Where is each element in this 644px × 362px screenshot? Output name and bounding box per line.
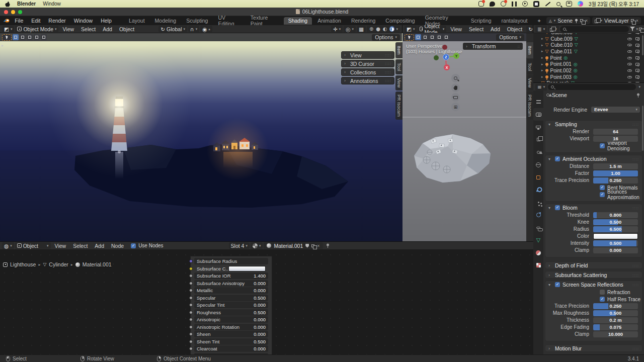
panel-depth-of-field[interactable]: ›Depth of Field:::: bbox=[545, 261, 642, 269]
scene-selector[interactable]: ◬▾ Scene × bbox=[546, 17, 591, 24]
workspace-tab-layout[interactable]: Layout bbox=[124, 17, 149, 25]
shader-type-selector[interactable]: Object▾ bbox=[15, 242, 51, 249]
gizmo-y-axis-ball[interactable]: Y bbox=[453, 53, 459, 59]
node-input-specular[interactable]: Specular0.500 bbox=[194, 295, 268, 301]
transform-orientation-selector[interactable]: ↻Global▾ bbox=[158, 26, 187, 32]
tab-physics[interactable] bbox=[533, 209, 543, 221]
ssr-thickness-slider[interactable]: 0.2 m bbox=[593, 317, 638, 323]
ssr-max-roughness-slider[interactable]: 0.500 bbox=[593, 310, 638, 316]
disable-in-render-icon[interactable] bbox=[635, 69, 639, 72]
hide-in-viewport-icon[interactable] bbox=[627, 38, 632, 40]
workspace-tab-modeling[interactable]: Modeling bbox=[150, 17, 181, 25]
sampling-render-field[interactable]: 64 bbox=[593, 129, 638, 135]
value-socket[interactable] bbox=[189, 289, 193, 292]
ssr-enable-checkbox[interactable]: ✓ bbox=[555, 282, 560, 287]
bloom-knee-slider[interactable]: 0.500 bbox=[593, 219, 638, 225]
transform-orientation-selector[interactable]: ↻Global bbox=[526, 26, 533, 32]
tab-texture[interactable] bbox=[533, 259, 543, 272]
tab-constraints[interactable] bbox=[533, 221, 543, 234]
minimize-window-button[interactable] bbox=[11, 10, 15, 14]
select-mode-intersect[interactable] bbox=[443, 34, 449, 40]
value-socket[interactable] bbox=[189, 311, 193, 314]
sidebar-panel-view[interactable]: ›View:::: bbox=[341, 51, 394, 59]
messages-icon[interactable] bbox=[490, 2, 495, 7]
grid-ortho-button[interactable]: ⊞ bbox=[451, 103, 460, 111]
tab-modifiers[interactable] bbox=[533, 184, 543, 196]
menu-render[interactable]: Render bbox=[45, 18, 69, 24]
camera-view-button[interactable] bbox=[451, 93, 460, 102]
subsurface-color-swatch[interactable] bbox=[228, 266, 266, 272]
value-socket[interactable] bbox=[189, 325, 193, 329]
pin-icon[interactable] bbox=[326, 243, 330, 248]
active-tool-select-box[interactable] bbox=[2, 34, 12, 41]
gizmo-x-axis-ball[interactable]: X bbox=[444, 64, 450, 70]
unlink-material-icon[interactable]: × bbox=[317, 243, 319, 248]
editor-type-button[interactable]: ◩▾ bbox=[2, 26, 14, 32]
select-mode-invert[interactable] bbox=[436, 34, 442, 40]
node-input-subsurface-anisotropy[interactable]: Subsurface Anisotropy0.000 bbox=[194, 280, 268, 287]
select-mode-extend[interactable] bbox=[422, 34, 428, 40]
select-menu[interactable]: Select bbox=[78, 26, 99, 32]
menu-help[interactable]: Help bbox=[97, 18, 115, 24]
sidebar-tab-item[interactable]: Item bbox=[395, 42, 403, 58]
browser-badge-icon[interactable] bbox=[501, 1, 506, 7]
gizmo-negative-axis-ball[interactable] bbox=[442, 45, 447, 50]
show-gizmo-toggle[interactable]: ✛▾ bbox=[331, 26, 343, 32]
snap-toggle[interactable]: ∩▾ bbox=[188, 26, 199, 32]
new-collection-button[interactable] bbox=[639, 28, 642, 31]
apple-logo-icon[interactable] bbox=[5, 1, 10, 7]
tab-render[interactable] bbox=[533, 108, 543, 121]
editor-type-button[interactable]: ≣▾ bbox=[535, 26, 547, 32]
node-input-sheen-tint[interactable]: Sheen Tint0.500 bbox=[194, 338, 268, 345]
new-scene-icon[interactable] bbox=[580, 19, 583, 22]
ssr-clamp-slider[interactable]: 10.000 bbox=[593, 331, 638, 337]
tab-material[interactable] bbox=[533, 246, 543, 259]
filter-icon[interactable] bbox=[630, 27, 635, 31]
value-socket[interactable] bbox=[189, 347, 193, 350]
render-engine-dropdown[interactable]: Eevee▾ bbox=[591, 107, 640, 113]
tool-options-button[interactable]: Options▾ bbox=[496, 34, 524, 41]
panel-sampling-header[interactable]: ▾Sampling:::: bbox=[545, 121, 642, 128]
half-res-trace-checkbox[interactable]: ✓Half Res Trace bbox=[600, 296, 642, 303]
vector-socket[interactable] bbox=[189, 259, 193, 263]
show-overlays-toggle[interactable]: ◎▾ bbox=[344, 26, 356, 32]
select-mode-extend[interactable] bbox=[20, 34, 26, 40]
disable-in-render-icon[interactable] bbox=[635, 82, 639, 82]
node-canvas[interactable]: Lighthouse▸ ▽ Cylinder▸ Material.001 Sub… bbox=[0, 250, 533, 354]
display-mode-selector[interactable]: ▾ bbox=[548, 26, 559, 32]
remove-viewlayer-icon[interactable]: × bbox=[636, 18, 638, 23]
panel-ssr-header[interactable]: ▾✓Screen Space Reflections:::: bbox=[545, 281, 642, 289]
shading-rendered-button[interactable]: ◑ bbox=[389, 26, 395, 32]
gizmo-negative-axis-ball[interactable] bbox=[434, 55, 439, 60]
blender-logo-icon[interactable] bbox=[3, 18, 10, 24]
value-socket[interactable] bbox=[189, 340, 193, 343]
hide-in-viewport-icon[interactable] bbox=[627, 33, 632, 34]
add-workspace-button[interactable]: + bbox=[533, 17, 545, 25]
sidebar-panel-annotations[interactable]: ›Annotations:::: bbox=[341, 77, 394, 84]
proportional-editing-toggle[interactable]: ◉▴ bbox=[200, 26, 212, 32]
input-source-icon[interactable] bbox=[533, 1, 539, 7]
node-input-anisotropic-rotation[interactable]: Anisotropic Rotation0.000 bbox=[194, 324, 268, 330]
editor-type-button[interactable]: ≡▾ bbox=[535, 84, 547, 90]
zoom-window-button[interactable] bbox=[18, 10, 22, 14]
sidebar-tab-pr-isocam[interactable]: PR Isocam bbox=[395, 92, 403, 120]
select-mode-intersect[interactable] bbox=[41, 34, 47, 40]
menubar-window-menu[interactable]: Window bbox=[43, 1, 61, 7]
workspace-tab-scripting[interactable]: Scripting bbox=[466, 17, 496, 25]
editor-type-button[interactable]: ◍▾ bbox=[2, 242, 14, 249]
bloom-threshold-slider[interactable]: 0.800 bbox=[593, 212, 638, 218]
tab-object[interactable] bbox=[533, 171, 543, 184]
sidebar-tab-tool[interactable]: Tool bbox=[395, 59, 403, 74]
siri-icon[interactable] bbox=[578, 1, 583, 7]
panel-subsurface-scattering[interactable]: ›Subsurface Scattering:::: bbox=[545, 271, 642, 279]
pin-icon[interactable] bbox=[636, 93, 640, 98]
bloom-enable-checkbox[interactable]: ✓ bbox=[555, 205, 560, 210]
outliner-row-point001[interactable]: ▸Point.001◎ bbox=[533, 61, 642, 67]
hide-in-viewport-icon[interactable] bbox=[627, 76, 632, 78]
menu-window[interactable]: Window bbox=[70, 18, 96, 24]
bloom-radius-slider[interactable]: 6.500 bbox=[593, 226, 638, 232]
add-menu[interactable]: Add bbox=[488, 26, 503, 32]
workspace-tab-sculpting[interactable]: Sculpting bbox=[182, 17, 212, 25]
disable-in-render-icon[interactable] bbox=[635, 33, 639, 34]
outliner-scrollbar[interactable] bbox=[642, 35, 643, 55]
